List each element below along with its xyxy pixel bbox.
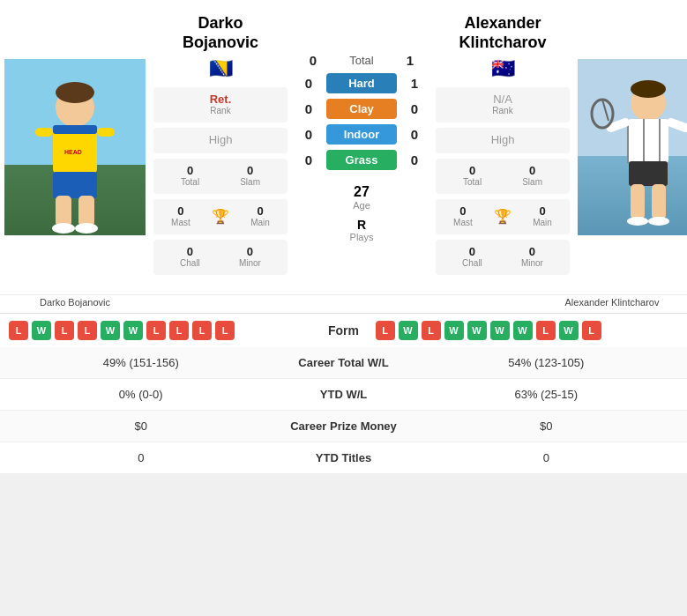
left-plays-center: R xyxy=(350,218,374,232)
form-pill-w: W xyxy=(444,321,464,340)
stat-row-1: 0% (0-0)YTD W/L63% (25-15) xyxy=(0,379,687,411)
grass-right-score: 0 xyxy=(406,152,423,167)
grass-surface-btn[interactable]: Grass xyxy=(326,150,397,170)
svg-rect-8 xyxy=(56,196,71,226)
left-player-flag: 🇧🇦 xyxy=(209,57,233,80)
stat-right-2: $0 xyxy=(423,419,670,433)
svg-rect-23 xyxy=(631,184,645,219)
form-pill-l: L xyxy=(78,321,97,340)
form-pill-l: L xyxy=(169,321,189,340)
left-slam-value: 0 xyxy=(247,164,253,177)
clay-left-score: 0 xyxy=(300,101,317,116)
svg-point-15 xyxy=(631,80,666,98)
left-total-label: Total xyxy=(181,177,199,187)
form-pill-w: W xyxy=(467,321,487,340)
left-mast-value: 0 xyxy=(177,204,183,218)
center-age: 27 Age xyxy=(353,184,370,211)
right-form-pills: LWLWWWWLWL xyxy=(376,321,679,340)
svg-rect-4 xyxy=(53,125,97,134)
stat-row-2: $0Career Prize Money$0 xyxy=(0,411,687,442)
left-form-pills: LWLLWWLLLL xyxy=(9,321,312,340)
total-row: 0 Total 1 xyxy=(300,53,423,68)
stat-left-3: 0 xyxy=(18,451,265,464)
form-pill-w: W xyxy=(559,321,579,340)
stat-right-3: 0 xyxy=(423,451,670,464)
clay-row: 0 Clay 0 xyxy=(300,99,423,119)
left-minor-value: 0 xyxy=(247,245,253,258)
clay-surface-btn[interactable]: Clay xyxy=(326,99,397,119)
right-high-box: High xyxy=(436,128,570,153)
hard-surface-btn[interactable]: Hard xyxy=(326,73,397,93)
left-high-box: High xyxy=(153,128,287,153)
stat-left-0: 49% (151-156) xyxy=(18,356,265,369)
left-player-name: Darko Bojanovic xyxy=(183,14,258,52)
right-totals-box: 0 Total 0 Slam xyxy=(436,159,570,194)
left-total-value: 0 xyxy=(187,164,193,177)
right-player-flag: 🇦🇺 xyxy=(491,57,515,80)
right-player-name: Alexander Klintcharov xyxy=(459,14,546,52)
left-slam-label: Slam xyxy=(240,177,260,187)
svg-point-11 xyxy=(75,223,98,234)
middle-matchup: 0 Total 1 0 Hard 1 0 Clay 0 0 Indoor 0 xyxy=(291,9,432,286)
left-rank-label: Rank xyxy=(210,106,230,115)
hard-left-score: 0 xyxy=(300,76,317,91)
form-pill-l: L xyxy=(146,321,166,340)
right-mast-box: 0 Mast 🏆 0 Main xyxy=(436,199,570,234)
player-labels-row: Darko Bojanovic Alexander Klintcharov xyxy=(0,294,687,313)
right-total-value: 0 xyxy=(469,164,475,177)
total-label: Total xyxy=(331,54,392,67)
right-chall-box: 0 Chall 0 Minor xyxy=(436,240,570,275)
form-pill-l: L xyxy=(9,321,28,340)
form-section: LWLLWWLLLL Form LWLWWWWLWL xyxy=(0,313,687,347)
right-main-value: 0 xyxy=(539,204,545,218)
svg-point-25 xyxy=(627,217,648,226)
top-section: HEAD Darko Bojanovic 🇧🇦 Ret. Rank xyxy=(0,0,687,294)
left-rank-box: Ret. Rank xyxy=(153,87,287,122)
left-main-label: Main xyxy=(250,218,270,227)
left-player-info: Darko Bojanovic 🇧🇦 Ret. Rank High xyxy=(150,9,291,286)
form-pill-w: W xyxy=(513,321,533,340)
form-pill-l: L xyxy=(55,321,74,340)
left-main-value: 0 xyxy=(257,204,263,218)
form-label: Form xyxy=(317,323,370,338)
left-age-center: 27 xyxy=(353,184,370,200)
left-totals-box: 0 Total 0 Slam xyxy=(153,159,287,194)
left-minor-label: Minor xyxy=(239,258,261,268)
stat-center-3: YTD Titles xyxy=(265,451,423,464)
right-rank-label: Rank xyxy=(492,106,512,115)
left-mast-box: 0 Mast 🏆 0 Main xyxy=(153,199,287,234)
form-pill-w: W xyxy=(101,321,120,340)
right-total-label: Total xyxy=(463,177,482,187)
right-trophy-icon: 🏆 xyxy=(494,208,512,225)
stat-center-2: Career Prize Money xyxy=(265,419,423,433)
stat-center-1: YTD W/L xyxy=(265,388,423,401)
total-right-score: 1 xyxy=(401,53,419,68)
indoor-left-score: 0 xyxy=(300,127,317,142)
hard-row: 0 Hard 1 xyxy=(300,73,423,93)
right-slam-value: 0 xyxy=(529,164,535,177)
svg-text:HEAD: HEAD xyxy=(64,149,82,155)
right-minor-value: 0 xyxy=(529,245,535,258)
svg-rect-24 xyxy=(652,184,666,219)
left-mast-label: Mast xyxy=(171,218,190,227)
svg-point-2 xyxy=(56,82,94,103)
right-mast-value: 0 xyxy=(459,204,466,218)
indoor-surface-btn[interactable]: Indoor xyxy=(326,124,397,145)
left-rank-value: Ret. xyxy=(210,93,232,106)
svg-point-26 xyxy=(648,217,669,226)
svg-rect-5 xyxy=(35,128,53,137)
stats-rows: 49% (151-156)Career Total W/L54% (123-10… xyxy=(0,347,687,474)
comparison-container: HEAD Darko Bojanovic 🇧🇦 Ret. Rank xyxy=(0,0,687,474)
left-player-label: Darko Bojanovic xyxy=(0,295,150,313)
hard-right-score: 1 xyxy=(406,76,423,91)
stat-center-0: Career Total W/L xyxy=(265,356,423,369)
left-chall-value: 0 xyxy=(187,245,193,258)
form-pill-l: L xyxy=(536,321,556,340)
grass-row: 0 Grass 0 xyxy=(300,150,423,170)
grass-left-score: 0 xyxy=(300,152,317,167)
right-chall-label: Chall xyxy=(462,258,482,268)
indoor-right-score: 0 xyxy=(406,127,423,142)
stat-row-0: 49% (151-156)Career Total W/L54% (123-10… xyxy=(0,347,687,379)
left-player-photo: HEAD xyxy=(0,9,150,286)
left-photo-placeholder: HEAD xyxy=(4,59,146,235)
